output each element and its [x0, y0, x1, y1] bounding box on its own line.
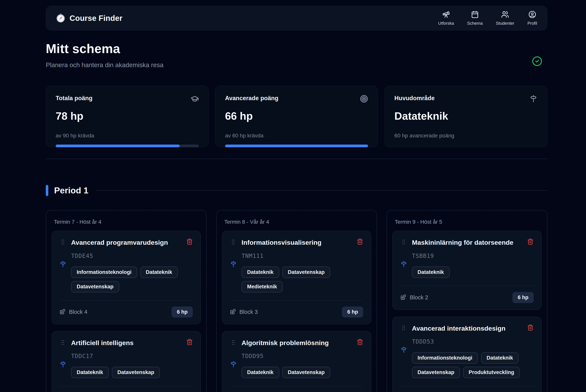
- course-title: Artificiell intelligens: [71, 339, 183, 347]
- term-column-2: Termin 8 - Vår år 4 Informationsvisualis…: [216, 210, 377, 392]
- hp-badge: 6 hp: [512, 292, 534, 303]
- tag-medieteknik: Medieteknik: [241, 281, 283, 292]
- signpost-icon: [400, 346, 407, 378]
- course-card-divider: [60, 300, 193, 301]
- block-info: Block 4: [60, 308, 87, 316]
- tag-datateknik: Datateknik: [412, 266, 450, 278]
- course-card-divider: [230, 386, 363, 386]
- calendar-icon: [471, 10, 479, 19]
- brand-name: Course Finder: [70, 14, 123, 22]
- hp-badge: 6 hp: [342, 306, 363, 318]
- main-nav: Utforska Schema Studenter Profil: [438, 10, 537, 26]
- progress-bar: [56, 144, 199, 147]
- stat-label: Huvudområde: [394, 95, 435, 102]
- course-card-divider: [400, 286, 534, 286]
- stat-value: Datateknik: [394, 110, 537, 122]
- page-subtitle: Planera och hantera din akademiska resa: [46, 62, 547, 69]
- course-card-divider: [400, 386, 534, 386]
- block-label: Block 4: [69, 309, 87, 315]
- drag-handle-icon[interactable]: [60, 239, 67, 247]
- term-column-1: Termin 7 - Höst år 4 Avancerad programva…: [46, 210, 206, 392]
- section-divider: [46, 159, 547, 159]
- tag-datavetenskap: Datavetenskap: [282, 266, 330, 278]
- term-column-3: Termin 9 - Höst år 5 Maskininlärning för…: [387, 210, 547, 392]
- block-label: Block 2: [410, 294, 428, 301]
- page-title: Mitt schema: [46, 41, 547, 56]
- course-tags: InformationsteknologiDatateknikDataveten…: [71, 266, 193, 292]
- course-tags: DatateknikDatavetenskap: [241, 367, 363, 378]
- stat-value: 66 hp: [225, 110, 368, 122]
- delete-course-button[interactable]: [357, 339, 363, 346]
- course-card-avancerad-programvarudesign: Avancerad programvarudesign TDDE45 Infor…: [52, 231, 201, 324]
- signpost-icon: [230, 361, 237, 378]
- saved-check-icon: [532, 56, 542, 67]
- course-card-divider: [230, 300, 363, 301]
- course-card-maskininl-rning-f-r-datorseende: Maskininlärning för datorseende TSBB19 D…: [392, 231, 541, 310]
- tag-produktutveckling: Produktutveckling: [463, 367, 520, 378]
- tag-datateknik: Datateknik: [140, 266, 178, 278]
- term-label: Termin 7 - Höst år 4: [54, 219, 198, 225]
- stat-label: Totala poäng: [56, 95, 93, 102]
- period-title: Period 1: [54, 186, 89, 196]
- period-header: Period 1: [46, 185, 547, 196]
- drag-handle-icon[interactable]: [400, 325, 407, 332]
- signpost-icon: [60, 261, 67, 292]
- target-icon: [360, 95, 368, 104]
- drag-handle-icon[interactable]: [60, 339, 67, 347]
- term-label: Termin 8 - Vår år 4: [224, 219, 369, 225]
- drag-handle-icon[interactable]: [230, 339, 237, 347]
- course-code: TDDE45: [71, 252, 193, 259]
- course-stack: Maskininlärning för datorseende TSBB19 D…: [392, 231, 541, 392]
- tag-informationsteknologi: Informationsteknologi: [71, 266, 137, 278]
- course-tags: DatateknikDatavetenskap: [71, 367, 193, 378]
- tag-datavetenskap: Datavetenskap: [71, 281, 119, 292]
- course-code: TDDC17: [71, 353, 193, 360]
- tag-datavetenskap: Datavetenskap: [282, 367, 330, 378]
- course-title: Maskininlärning för datorseende: [412, 238, 524, 247]
- tag-datateknik: Datateknik: [71, 367, 109, 378]
- stat-label: Avancerade poäng: [225, 95, 278, 102]
- users-icon: [501, 10, 509, 19]
- tag-datateknik: Datateknik: [241, 266, 279, 278]
- course-stack: Informationsvisualisering TNM111 Datatek…: [222, 231, 371, 392]
- course-title: Informationsvisualisering: [241, 238, 353, 247]
- course-tags: Datateknik: [412, 266, 534, 278]
- blocks-icon: [230, 308, 236, 316]
- delete-course-button[interactable]: [186, 238, 193, 246]
- nav-item-utforska[interactable]: Utforska: [438, 10, 454, 26]
- signpost-icon: [529, 95, 537, 104]
- course-card-artificiell-intelligens: Artificiell intelligens TDDC17 Datatekni…: [52, 331, 201, 392]
- period-divider-line: [96, 190, 547, 191]
- hp-badge: 6 hp: [172, 306, 193, 318]
- course-card-algoritmisk-probleml-sning: Algoritmisk problemlösning TDDD95 Datate…: [222, 331, 371, 392]
- nav-item-profil[interactable]: Profil: [527, 10, 537, 26]
- delete-course-button[interactable]: [527, 324, 534, 332]
- stat-subtext: av 60 hp krävda: [225, 132, 368, 139]
- nav-item-label: Profil: [527, 21, 537, 26]
- nav-item-schema[interactable]: Schema: [467, 10, 483, 26]
- signpost-icon: [60, 361, 67, 378]
- stat-card-avancerade-po-ng: Avancerade poäng 66 hp av 60 hp krävda: [215, 86, 378, 147]
- delete-course-button[interactable]: [357, 238, 363, 246]
- course-code: TDDD95: [241, 353, 363, 360]
- delete-course-button[interactable]: [527, 238, 534, 246]
- course-stack: Avancerad programvarudesign TDDE45 Infor…: [52, 231, 201, 392]
- stat-card-huvudomr-de: Huvudområde Datateknik 60 hp avancerade …: [385, 86, 547, 147]
- stat-subtext: 60 hp avancerade poäng: [394, 132, 537, 139]
- drag-handle-icon[interactable]: [400, 239, 407, 247]
- nav-item-label: Schema: [467, 21, 483, 26]
- course-card-avancerad-interaktionsdesign: Avancerad interaktionsdesign TDDD53 Info…: [392, 317, 541, 392]
- graduation-cap-icon: [191, 95, 199, 104]
- course-code: TNM111: [241, 252, 363, 259]
- course-tags: DatateknikDatavetenskapMedieteknik: [241, 266, 363, 292]
- term-label: Termin 9 - Höst år 5: [395, 219, 539, 225]
- circle-user-icon: [528, 10, 536, 19]
- progress-bar-fill: [225, 144, 368, 147]
- drag-handle-icon[interactable]: [230, 239, 237, 247]
- delete-course-button[interactable]: [186, 339, 193, 346]
- brand[interactable]: Course Finder: [56, 14, 123, 23]
- nav-item-studenter[interactable]: Studenter: [496, 10, 514, 26]
- course-title: Algoritmisk problemlösning: [241, 339, 353, 347]
- block-info: Block 3: [230, 308, 258, 316]
- nav-item-label: Utforska: [438, 21, 454, 26]
